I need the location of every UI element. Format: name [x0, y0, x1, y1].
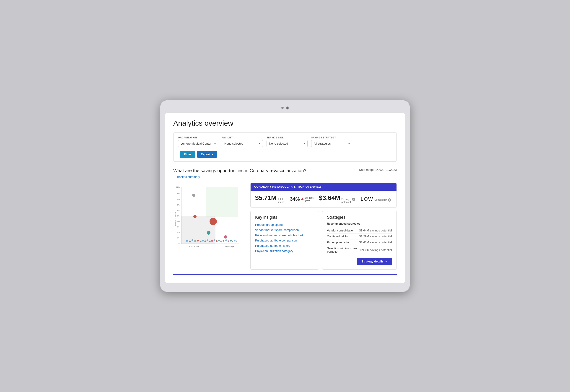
overview-header: CORONARY REVASCULARIZATION OVERVIEW — [250, 183, 396, 191]
strategy-name-2: Capitated pricing — [327, 235, 349, 238]
recommended-label: Recommended strategies — [327, 222, 392, 225]
savings-label: Savingspotential — [341, 198, 351, 204]
organization-label: ORGANIZATION — [178, 136, 218, 139]
overview-stats: $5.71M Totalspend 34% vs. lastyear $3.64… — [250, 191, 396, 207]
svg-point-34 — [214, 239, 215, 241]
insight-link-price-bubble[interactable]: Price and market share bubble chart — [255, 234, 314, 237]
svg-point-36 — [218, 240, 220, 241]
filter-organization: ORGANIZATION Lumere Medical Center — [178, 136, 218, 147]
facility-select[interactable]: None selected — [222, 140, 263, 147]
bottom-cards: Key insights Product group spend Vendor … — [250, 211, 397, 269]
strategy-row-1: Vendor consolidation $3.64M savings pote… — [327, 228, 392, 234]
total-spend-label: Totalspend — [278, 198, 284, 204]
svg-point-43 — [234, 240, 236, 241]
svg-point-24 — [189, 241, 191, 242]
tablet-screen: Analytics overview ORGANIZATION Lumere M… — [165, 113, 405, 283]
strategy-name-4: Selection within current portfolio — [327, 247, 361, 253]
strategies-title: Strategies — [327, 215, 392, 220]
service-line-label: SERVICE LINE — [266, 136, 307, 139]
svg-text:$2M: $2M — [177, 231, 180, 233]
svg-text:$3M: $3M — [177, 226, 180, 228]
complexity-label: Complexity — [374, 198, 387, 201]
filter-savings-strategy: SAVINGS STRATEGY All strategies — [311, 136, 352, 147]
trend-up-icon — [301, 198, 304, 200]
svg-point-26 — [194, 240, 196, 242]
svg-text:$10M: $10M — [176, 186, 180, 188]
strategy-amount-2: $2.29M savings potential — [359, 235, 392, 238]
scatter-chart: Savings potential $10M $9M $8M $7M $6M $… — [173, 183, 246, 256]
svg-rect-12 — [206, 187, 238, 217]
service-line-select[interactable]: None selected — [266, 140, 307, 147]
insight-link-physician[interactable]: Physician utilization category — [255, 249, 314, 253]
svg-point-35 — [216, 240, 218, 242]
svg-text:More complex: More complex — [189, 246, 199, 247]
organization-select[interactable]: Lumere Medical Center — [178, 140, 218, 147]
svg-text:$8M: $8M — [177, 198, 180, 200]
strategy-details-button[interactable]: Strategy details → — [357, 258, 392, 265]
svg-point-40 — [228, 240, 229, 242]
filter-button[interactable]: Filter — [180, 151, 195, 158]
svg-point-28 — [200, 241, 202, 242]
svg-point-20 — [209, 218, 217, 225]
strategies-card: Strategies Recommended strategies Vendor… — [322, 211, 397, 269]
camera-dot — [281, 107, 284, 109]
date-range: Date range: 1/2023–12/2023 — [359, 168, 397, 171]
camera-row — [165, 107, 405, 110]
insight-link-product-group[interactable]: Product group spend — [255, 223, 314, 226]
svg-point-29 — [202, 240, 204, 241]
chart-panel: Savings potential $10M $9M $8M $7M $6M $… — [173, 183, 246, 269]
main-content: Savings potential $10M $9M $8M $7M $6M $… — [173, 183, 397, 269]
svg-text:$1M: $1M — [177, 237, 180, 238]
export-button[interactable]: Export ▾ — [197, 151, 217, 158]
insight-link-attr-comparison[interactable]: Purchased attribute comparison — [255, 239, 314, 242]
svg-text:$0: $0 — [178, 242, 180, 244]
svg-point-32 — [209, 241, 211, 242]
insight-link-attr-history[interactable]: Purchased attribute history — [255, 244, 314, 247]
insights-title: Key insights — [255, 215, 314, 220]
svg-point-44 — [236, 241, 237, 242]
strategy-name-3: Price optimization — [327, 241, 350, 244]
svg-point-22 — [224, 235, 227, 238]
change-block: 34% vs. lastyear — [290, 196, 313, 202]
svg-point-33 — [211, 240, 213, 242]
strategy-row-3: Price optimization $1.41M savings potent… — [327, 239, 392, 245]
strategy-amount-3: $1.41M savings potential — [359, 241, 392, 244]
insight-link-vendor-market[interactable]: Vendor market share comparison — [255, 228, 314, 232]
svg-point-38 — [223, 240, 224, 241]
svg-point-18 — [192, 194, 195, 197]
svg-point-39 — [225, 239, 227, 241]
svg-point-23 — [186, 240, 188, 242]
svg-text:Savings potential: Savings potential — [174, 212, 177, 226]
back-to-summary-link[interactable]: ← Back to summary — [173, 175, 397, 179]
filter-buttons: Filter Export ▾ — [180, 151, 217, 158]
savings-info-icon[interactable]: i — [352, 198, 355, 201]
right-panel: CORONARY REVASCULARIZATION OVERVIEW $5.7… — [250, 183, 397, 269]
bottom-bar — [173, 274, 397, 275]
page-title: Analytics overview — [173, 119, 397, 127]
savings-strategy-label: SAVINGS STRATEGY — [311, 136, 352, 139]
svg-text:Less complex: Less complex — [225, 246, 235, 247]
svg-point-19 — [193, 215, 196, 218]
strategy-amount-4: $998K savings potential — [361, 248, 392, 252]
svg-point-21 — [207, 231, 210, 235]
tablet-frame: Analytics overview ORGANIZATION Lumere M… — [160, 100, 410, 292]
savings-strategy-select[interactable]: All strategies — [311, 140, 352, 147]
complexity-info-icon[interactable]: i — [388, 198, 391, 202]
complexity-block: Low Complexity i — [361, 196, 391, 202]
svg-point-42 — [232, 241, 233, 242]
svg-point-41 — [230, 240, 232, 241]
section-question: What are the savings opportunities in Co… — [173, 168, 306, 173]
svg-point-25 — [192, 239, 193, 241]
total-spend-block: $5.71M Totalspend — [255, 194, 284, 204]
filter-facility: FACILITY None selected — [222, 136, 263, 147]
strategies-content: Strategies Recommended strategies Vendor… — [327, 215, 392, 254]
filter-service-line: SERVICE LINE None selected — [266, 136, 307, 147]
svg-text:$5M: $5M — [177, 215, 180, 217]
strategy-amount-1: $3.64M savings potential — [359, 229, 392, 232]
total-spend-value: $5.71M — [255, 194, 276, 202]
vs-label: vs. lastyear — [305, 196, 313, 202]
complexity-value: Low — [361, 196, 373, 202]
overview-card: CORONARY REVASCULARIZATION OVERVIEW $5.7… — [250, 183, 397, 208]
camera-lens — [286, 107, 289, 110]
chevron-down-icon: ▾ — [212, 153, 213, 156]
